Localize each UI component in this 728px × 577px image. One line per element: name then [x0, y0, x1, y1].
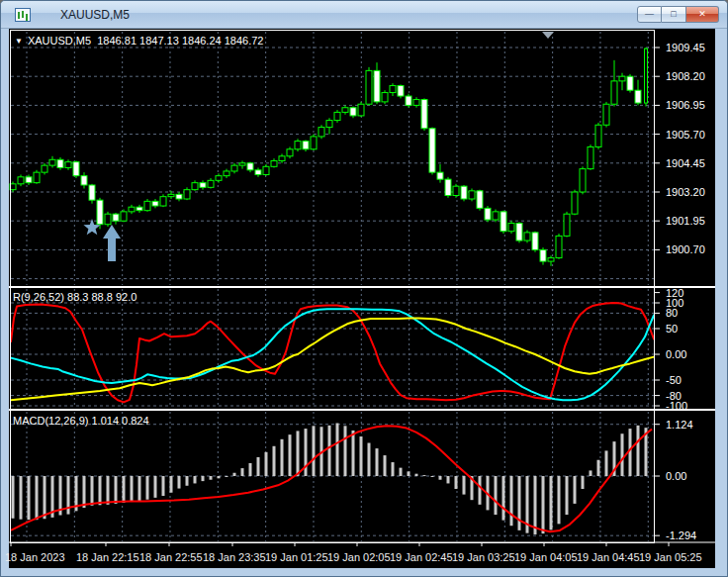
macd-bar: [534, 476, 537, 534]
candle-bullish: [603, 104, 609, 125]
candle-bearish: [176, 194, 182, 199]
candle-bearish: [398, 86, 404, 97]
macd-bar: [352, 431, 355, 476]
candle-bearish: [635, 90, 641, 103]
candle-bearish: [350, 108, 356, 116]
macd-bar: [233, 473, 236, 476]
macd-bar: [415, 474, 418, 476]
wpr-axis-label: 50: [666, 323, 678, 335]
candle-bearish: [437, 172, 443, 179]
candle-bullish: [619, 76, 625, 81]
macd-bar: [20, 476, 23, 520]
wpr-axis-label: 0.00: [666, 348, 686, 360]
macd-bar: [305, 429, 308, 476]
macd-bar: [518, 476, 521, 530]
candle-bullish: [18, 177, 24, 184]
candle-bullish: [611, 81, 617, 104]
macd-bar: [621, 433, 624, 476]
macd-bar: [289, 434, 292, 476]
candle-bearish: [26, 177, 32, 183]
time-axis-label: 19 Jan 02:05: [327, 551, 391, 563]
macd-bar: [115, 476, 118, 504]
macd-bar: [265, 452, 268, 476]
candle-bullish: [390, 86, 396, 93]
macd-bar: [313, 426, 316, 476]
price-axis-label: 1908.20: [666, 70, 705, 82]
macd-bar: [273, 446, 276, 476]
candle-bearish: [200, 183, 206, 188]
candle-bearish: [81, 176, 87, 185]
macd-bar: [186, 476, 189, 486]
time-axis-label: 19 Jan 01:25: [265, 551, 328, 563]
macd-bar: [328, 426, 331, 476]
macd-bar: [91, 476, 94, 506]
candle-bullish: [231, 165, 237, 171]
macd-bar: [550, 476, 553, 529]
candle-bearish: [532, 233, 538, 250]
candle-bullish: [216, 176, 222, 181]
candle-bearish: [461, 186, 467, 199]
candle-bullish: [382, 93, 388, 102]
candle-bearish: [429, 129, 435, 172]
wpr-axis-label: 80: [666, 307, 678, 319]
candle-bullish: [358, 104, 364, 116]
macd-bar: [336, 424, 339, 476]
candle-bearish: [73, 162, 79, 176]
candle-bullish: [279, 156, 285, 161]
candle-bullish: [548, 258, 554, 262]
candle-bearish: [152, 201, 158, 206]
candle-bearish: [421, 100, 427, 129]
candle-bullish: [263, 166, 269, 174]
candle-bearish: [477, 191, 483, 209]
time-axis-label: 19 Jan 04:45: [577, 551, 640, 563]
candle-bearish: [500, 212, 506, 232]
macd-bar: [162, 476, 165, 496]
candle-bullish: [105, 214, 111, 225]
macd-bar: [138, 476, 141, 501]
macd-bar: [582, 476, 585, 489]
candle-bullish: [160, 197, 166, 206]
macd-bar: [170, 476, 173, 493]
candle-bearish: [516, 224, 522, 241]
time-axis-label: 18 Jan 22:55: [139, 551, 203, 563]
candle-bullish: [192, 183, 198, 190]
macd-bar: [123, 476, 126, 503]
macd-bar: [597, 460, 600, 476]
candle-bullish: [366, 70, 372, 104]
candle-bullish: [34, 172, 40, 183]
macd-bar: [392, 462, 395, 476]
macd-bar: [439, 476, 442, 480]
macd-bar: [542, 476, 545, 533]
candle-bullish: [287, 149, 293, 156]
macd-bar: [376, 448, 379, 476]
macd-bar: [344, 426, 347, 476]
candle-bullish: [413, 100, 419, 106]
candle-bearish: [374, 70, 380, 102]
candle-bullish: [49, 159, 55, 165]
macd-bar: [281, 439, 284, 476]
candle-bearish: [113, 214, 119, 221]
macd-bar: [257, 457, 260, 476]
macd-bar: [146, 476, 149, 500]
candle-bearish: [136, 207, 142, 211]
candle-bearish: [485, 208, 491, 220]
candle-bearish: [406, 96, 411, 105]
candle-bullish: [572, 192, 578, 214]
candle-bullish: [645, 48, 648, 103]
price-axis-label: 1906.95: [666, 99, 705, 111]
macd-bar: [83, 476, 86, 508]
macd-bar: [384, 455, 387, 476]
candle-bearish: [540, 249, 546, 261]
macd-axis-label: 0.00: [666, 470, 686, 482]
macd-bar: [423, 475, 426, 476]
macd-bar: [107, 476, 110, 505]
macd-bar: [455, 476, 458, 489]
price-axis-label: 1905.70: [666, 129, 705, 141]
macd-bar: [12, 476, 15, 519]
macd-bar: [297, 431, 300, 476]
chart-area[interactable]: 1909.451908.201906.951905.701904.451903.…: [1, 1, 728, 577]
candle-bullish: [42, 165, 47, 172]
macd-bar: [431, 476, 434, 477]
candle-bullish: [588, 146, 593, 168]
macd-bar: [558, 476, 561, 524]
